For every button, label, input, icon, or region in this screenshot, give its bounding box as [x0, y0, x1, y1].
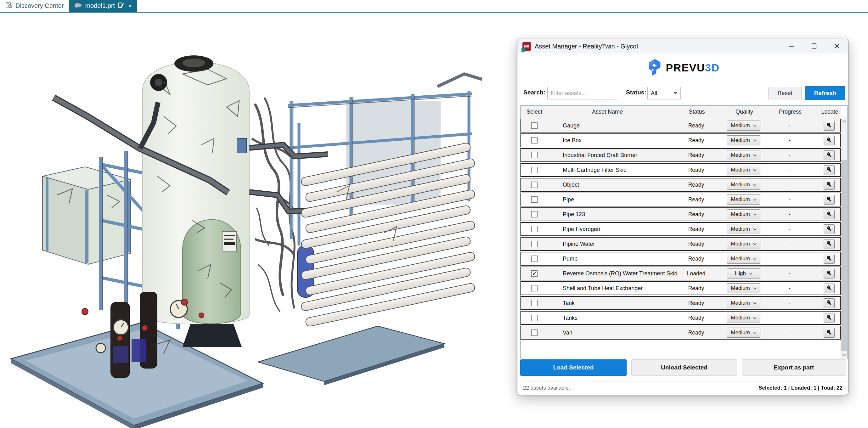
col-status: Status	[666, 109, 727, 115]
window-status-bar: 22 assets available. Selected: 1 | Loade…	[518, 381, 848, 395]
row-checkbox[interactable]	[531, 167, 537, 173]
quality-select[interactable]: Medium	[727, 328, 761, 338]
tab-discovery-center[interactable]: Discovery Center	[0, 0, 69, 12]
row-checkbox[interactable]	[531, 226, 537, 232]
asset-status: Ready	[666, 137, 726, 144]
row-checkbox[interactable]	[531, 211, 537, 217]
locate-button[interactable]	[824, 298, 835, 308]
table-row: ✓Reverse Osmosis (RO) Water Treatment Sk…	[521, 267, 841, 280]
quality-select[interactable]: Medium	[727, 194, 761, 205]
3d-model-viewport[interactable]	[0, 12, 516, 428]
tab-label: Discovery Center	[16, 2, 64, 9]
locate-button[interactable]	[824, 150, 835, 160]
quality-select[interactable]: Medium	[727, 283, 761, 293]
locate-button[interactable]	[824, 313, 835, 323]
locate-button[interactable]	[824, 135, 835, 145]
row-checkbox[interactable]	[531, 255, 537, 262]
prevu3d-logo-icon	[646, 58, 661, 77]
row-checkbox[interactable]	[531, 315, 537, 321]
quality-select[interactable]: Medium	[727, 313, 761, 323]
asset-name: Tanks	[548, 315, 666, 321]
reset-button[interactable]: Reset	[768, 87, 802, 99]
asset-name: Pump	[548, 255, 666, 262]
row-checkbox[interactable]	[531, 241, 537, 247]
asset-progress: -	[761, 270, 818, 277]
asset-name: Industrial Forced Draft Burner	[548, 152, 666, 159]
quality-select[interactable]: Medium	[727, 254, 761, 264]
locate-button[interactable]	[824, 165, 835, 175]
asset-name: Multi-Cartridge Filter Skid	[548, 167, 666, 174]
asset-progress: -	[761, 241, 818, 247]
locate-button[interactable]	[824, 195, 835, 205]
row-checkbox[interactable]	[531, 182, 537, 188]
quality-select[interactable]: High	[727, 269, 761, 278]
quality-select[interactable]: Medium	[727, 165, 761, 175]
asset-progress: -	[761, 122, 818, 129]
quality-select[interactable]: Medium	[727, 135, 761, 145]
quality-select[interactable]: Medium	[727, 150, 761, 160]
row-checkbox[interactable]	[531, 152, 537, 158]
row-checkbox[interactable]	[531, 196, 537, 203]
close-icon[interactable]: ✕	[834, 43, 840, 50]
search-input[interactable]	[547, 87, 617, 99]
magnifier-icon	[826, 137, 832, 144]
row-checkbox[interactable]	[531, 137, 537, 144]
row-checkbox[interactable]	[531, 330, 537, 336]
minimize-icon[interactable]	[789, 46, 794, 47]
locate-button[interactable]	[824, 224, 835, 234]
asset-status: Ready	[666, 300, 726, 307]
scroll-down-icon[interactable]	[841, 351, 847, 359]
magnifier-icon	[826, 122, 832, 129]
col-asset-name: Asset Name	[548, 109, 666, 115]
locate-button[interactable]	[824, 283, 835, 293]
quality-select[interactable]: Medium	[727, 224, 761, 234]
locate-button[interactable]	[824, 328, 835, 338]
status-dropdown[interactable]: All	[647, 87, 681, 99]
table-row: VanReadyMedium-	[521, 326, 841, 340]
refresh-button[interactable]: Refresh	[805, 86, 845, 100]
magnifier-icon	[826, 240, 832, 247]
scroll-up-icon[interactable]	[841, 118, 847, 125]
document-edit-icon[interactable]	[118, 2, 124, 10]
scrollbar-thumb[interactable]	[841, 160, 847, 351]
model-piping-tangle	[252, 97, 294, 311]
asset-table: Select Asset Name Status Quality Progres…	[520, 105, 847, 359]
locate-button[interactable]	[824, 269, 835, 278]
load-selected-button[interactable]: Load Selected	[520, 359, 627, 376]
asset-status: Ready	[666, 211, 726, 218]
model-green-tank	[183, 220, 242, 347]
quality-select[interactable]: Medium	[727, 239, 761, 249]
locate-button[interactable]	[824, 180, 835, 190]
assets-available-text: 22 assets available.	[523, 385, 570, 391]
row-checkbox[interactable]: ✓	[531, 270, 537, 277]
export-as-part-button[interactable]: Export as part	[742, 359, 846, 376]
model-rack-frame	[288, 74, 482, 245]
unload-selected-button[interactable]: Unload Selected	[631, 359, 737, 376]
window-titlebar[interactable]: NX Asset Manager - RealityTwin - Glycol …	[518, 39, 848, 54]
asset-status: Ready	[666, 182, 726, 188]
table-row: Pipe 123ReadyMedium-	[521, 207, 841, 221]
table-scrollbar[interactable]	[841, 118, 847, 359]
locate-button[interactable]	[824, 254, 835, 264]
tab-close-icon[interactable]: ×	[128, 2, 132, 9]
locate-button[interactable]	[824, 121, 835, 131]
locate-button[interactable]	[824, 210, 835, 219]
asset-progress: -	[761, 300, 818, 306]
locate-button[interactable]	[824, 239, 835, 249]
tab-model1-prt[interactable]: model1.prt ×	[69, 0, 137, 12]
row-checkbox[interactable]	[531, 285, 537, 292]
asset-status: Ready	[666, 196, 726, 203]
quality-select[interactable]: Medium	[727, 121, 761, 131]
quality-select[interactable]: Medium	[727, 209, 761, 219]
magnifier-icon	[826, 181, 832, 188]
asset-progress: -	[761, 196, 818, 203]
asset-status: Loaded	[666, 270, 726, 277]
row-checkbox[interactable]	[531, 122, 537, 129]
quality-select[interactable]: Medium	[727, 298, 761, 308]
asset-status: Ready	[666, 330, 726, 336]
maximize-icon[interactable]	[812, 43, 816, 49]
window-title: Asset Manager - RealityTwin - Glycol	[535, 43, 638, 50]
row-checkbox[interactable]	[531, 300, 537, 306]
quality-select[interactable]: Medium	[727, 180, 761, 190]
asset-name: Pipe Hydrogen	[548, 226, 666, 233]
